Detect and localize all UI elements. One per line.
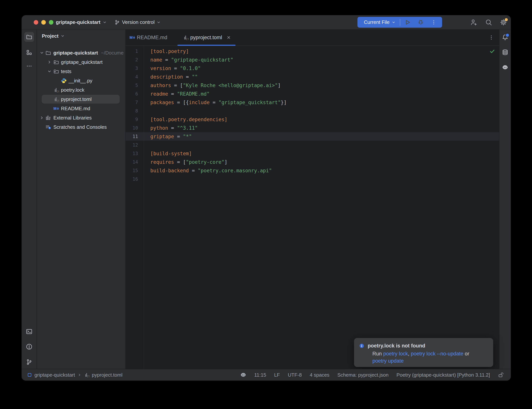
markdown-icon: M bbox=[53, 106, 59, 111]
tree-item-label: griptape-quickstart~/Docume bbox=[53, 50, 124, 56]
editor-zone: MREADME.md[T]pyproject.toml 1[tool.poetr… bbox=[126, 29, 499, 369]
code-text: build-backend = "poetry.core.masonry.api… bbox=[144, 168, 272, 173]
close-tab-icon[interactable] bbox=[226, 35, 231, 40]
inspections-ok-icon[interactable] bbox=[489, 48, 495, 54]
code-line-3: 3version = "0.1.0" bbox=[126, 64, 499, 73]
link-poetry-update[interactable]: poetry update bbox=[372, 358, 404, 364]
copilot-status-icon[interactable] bbox=[240, 372, 246, 378]
tool-project-view-button[interactable] bbox=[24, 32, 34, 42]
svg-text:[T]: [T] bbox=[186, 38, 189, 40]
tree-item-label: __init__.py bbox=[69, 78, 92, 84]
project-panel-title: Project bbox=[42, 33, 58, 39]
code-text: requires = ["poetry-core"] bbox=[144, 159, 227, 165]
tree-item--init-py[interactable]: __init__.py bbox=[37, 76, 125, 85]
tool-version-control-button[interactable] bbox=[26, 359, 32, 365]
tab-options-icon[interactable] bbox=[488, 35, 494, 40]
tree-item-scratches-and-consoles[interactable]: Scratches and Consoles bbox=[37, 122, 125, 132]
unlock-icon[interactable] bbox=[498, 372, 504, 378]
chevron-right-icon[interactable] bbox=[47, 60, 52, 65]
tree-item-poetry-lock[interactable]: [T]poetry.lock bbox=[37, 85, 125, 94]
notification-text: , bbox=[408, 351, 411, 357]
chevron-right-icon[interactable] bbox=[39, 115, 44, 120]
breadcrumb-project[interactable]: griptape-quickstart bbox=[35, 372, 75, 378]
tool-structure-button[interactable] bbox=[26, 49, 32, 56]
notification-text: Run bbox=[372, 351, 383, 357]
status-encoding[interactable]: UTF-8 bbox=[288, 372, 302, 378]
window-control-close[interactable] bbox=[34, 20, 38, 25]
bug-icon[interactable] bbox=[417, 19, 424, 26]
python-icon bbox=[61, 78, 67, 84]
tool-more-button[interactable] bbox=[26, 63, 32, 69]
link-poetry-lock-no-update[interactable]: poetry lock --no-update bbox=[411, 351, 463, 357]
chevron-right-icon bbox=[77, 373, 82, 377]
notification-header: poetry.lock is not found bbox=[359, 343, 487, 349]
toml-icon: [T] bbox=[53, 96, 59, 102]
structure-icon bbox=[26, 49, 32, 56]
project-switcher[interactable]: griptape-quickstart bbox=[56, 19, 107, 25]
svg-text:M: M bbox=[129, 35, 133, 40]
line-number: 7 bbox=[126, 100, 144, 105]
folder-pkg-icon bbox=[53, 59, 59, 65]
tool-terminal-button[interactable] bbox=[26, 328, 32, 335]
tool-problems-button[interactable] bbox=[26, 344, 32, 350]
code-editor[interactable]: 1[tool.poetry]2name = "griptape-quicksta… bbox=[126, 46, 499, 369]
toml-icon: [T] bbox=[53, 87, 59, 93]
line-number: 16 bbox=[126, 177, 144, 182]
add-user-button[interactable] bbox=[470, 19, 477, 26]
tool-ai-assistant-button[interactable] bbox=[502, 64, 508, 71]
breadcrumb-file[interactable]: pyproject.toml bbox=[92, 372, 122, 378]
window-control-zoom[interactable] bbox=[49, 20, 53, 25]
right-toolbar bbox=[499, 29, 511, 369]
code-line-1: 1[tool.poetry] bbox=[126, 47, 499, 56]
database-icon bbox=[502, 49, 508, 56]
code-line-12: 12 bbox=[126, 141, 499, 149]
tree-item-griptape-quickstart[interactable]: griptape-quickstart~/Docume bbox=[37, 48, 125, 57]
left-toolbar bbox=[22, 29, 37, 369]
code-line-9: 9[tool.poetry.dependencies] bbox=[126, 115, 499, 124]
chevron-down-icon[interactable] bbox=[47, 69, 52, 74]
code-line-8: 8 bbox=[126, 107, 499, 115]
code-line-11: 11griptape = "*" bbox=[126, 132, 499, 141]
status-bar: griptape-quickstart[T]pyproject.toml 11:… bbox=[22, 369, 511, 381]
svg-text:[T]: [T] bbox=[87, 375, 89, 378]
line-number: 14 bbox=[126, 159, 144, 165]
tab-pyproject-toml[interactable]: [T]pyproject.toml bbox=[177, 29, 236, 46]
window-control-minimize[interactable] bbox=[41, 20, 46, 25]
status-schema[interactable]: Schema: pyproject.json bbox=[337, 372, 388, 378]
tree-item-tests[interactable]: tests bbox=[37, 67, 125, 76]
project-panel-header[interactable]: Project bbox=[42, 29, 65, 42]
tree-item-readme-md[interactable]: MREADME.md bbox=[37, 104, 125, 113]
svg-text:M: M bbox=[53, 106, 57, 110]
status-interpreter[interactable]: Poetry (griptape-quickstart) [Python 3.1… bbox=[396, 372, 490, 378]
vcs-widget[interactable]: Version control bbox=[115, 19, 161, 25]
line-number: 3 bbox=[126, 66, 144, 71]
tool-notifications-button[interactable] bbox=[502, 34, 508, 40]
tab-label: pyproject.toml bbox=[190, 35, 222, 40]
chevron-down-icon bbox=[102, 20, 107, 25]
branch-icon bbox=[115, 20, 120, 25]
tool-database-button[interactable] bbox=[502, 49, 508, 56]
chevron-down-icon bbox=[60, 34, 65, 38]
notification-text: or bbox=[463, 351, 469, 357]
settings-button[interactable] bbox=[500, 19, 507, 26]
link-poetry-lock[interactable]: poetry lock bbox=[383, 351, 408, 357]
chevron-down-icon[interactable] bbox=[392, 20, 396, 24]
folder-icon bbox=[26, 34, 32, 40]
play-icon[interactable] bbox=[404, 19, 411, 26]
code-text: packages = [{include = "griptape_quickst… bbox=[144, 100, 287, 105]
more-run-options-icon[interactable] bbox=[431, 19, 437, 26]
code-line-6: 6readme = "README.md" bbox=[126, 90, 499, 98]
status-line-separator[interactable]: LF bbox=[274, 372, 280, 378]
run-config-selector[interactable]: Current File bbox=[364, 19, 390, 25]
tab-readme-md[interactable]: MREADME.md bbox=[126, 29, 177, 46]
tree-item-path: ~/Docume bbox=[101, 50, 124, 56]
tree-item-pyproject-toml[interactable]: [T]pyproject.toml bbox=[37, 94, 125, 104]
chevron-down-icon[interactable] bbox=[39, 50, 44, 55]
tree-item-external-libraries[interactable]: External Libraries bbox=[37, 113, 125, 122]
line-number: 9 bbox=[126, 117, 144, 122]
tree-item-griptape-quickstart[interactable]: griptape_quickstart bbox=[37, 57, 125, 67]
status-indent[interactable]: 4 spaces bbox=[310, 372, 330, 378]
run-widget: Current File bbox=[358, 17, 442, 28]
search-button[interactable] bbox=[485, 19, 492, 26]
code-line-15: 15build-backend = "poetry.core.masonry.a… bbox=[126, 166, 499, 175]
